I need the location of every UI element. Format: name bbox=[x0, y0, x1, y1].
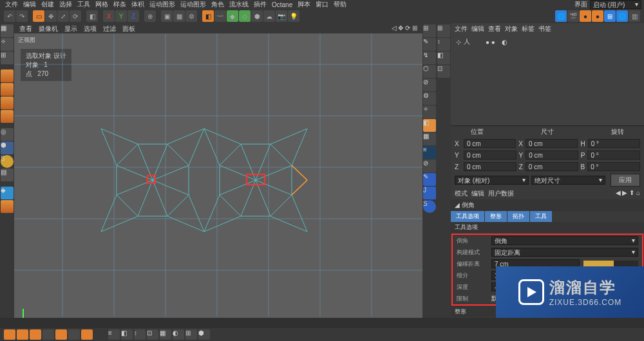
shelf-cube-icon[interactable]: ◧ bbox=[423, 119, 436, 132]
visibility-dots-icon[interactable]: ● ● bbox=[486, 39, 495, 46]
menu-character[interactable]: 角色 bbox=[211, 0, 224, 9]
mat-2-icon[interactable] bbox=[17, 329, 28, 340]
size-y-input[interactable] bbox=[526, 151, 578, 160]
pos-x-input[interactable] bbox=[464, 139, 516, 148]
menu-plugins[interactable]: 插件 bbox=[254, 0, 267, 9]
tl-4-icon[interactable]: ⊡ bbox=[147, 329, 158, 340]
menu-pipeline[interactable]: 流水线 bbox=[229, 0, 249, 9]
workplane-icon[interactable]: ⊞ bbox=[1, 51, 14, 64]
viewport-3d[interactable]: 正视图 选取对象 设计 对象 1 点 270 bbox=[14, 33, 422, 332]
vp-camera[interactable]: 摄像机 bbox=[39, 24, 58, 32]
rot-p-input[interactable] bbox=[587, 151, 640, 160]
menu-help[interactable]: 帮助 bbox=[334, 0, 346, 9]
extrude-icon[interactable] bbox=[1, 200, 14, 213]
shelf-2-icon[interactable]: ✎ bbox=[423, 38, 436, 51]
generator2-icon[interactable]: ◇ bbox=[239, 10, 251, 22]
tl-7-icon[interactable]: ⊞ bbox=[185, 329, 197, 340]
shelf2-1[interactable]: ⊞ bbox=[437, 24, 450, 37]
vp-panel[interactable]: 面板 bbox=[122, 24, 135, 32]
mat-6-icon[interactable] bbox=[68, 329, 80, 340]
menu-spline[interactable]: 样条 bbox=[113, 0, 126, 9]
pos-z-input[interactable] bbox=[464, 162, 516, 171]
snap-icon[interactable]: ⬢ bbox=[1, 142, 14, 154]
object-tree[interactable]: ⊹ 人 ● ● ◐ bbox=[451, 35, 644, 49]
point-mode-icon[interactable] bbox=[1, 83, 14, 96]
light-icon[interactable]: 💡 bbox=[288, 10, 299, 22]
select-tool-icon[interactable]: ▭ bbox=[33, 10, 44, 22]
scale-tool-icon[interactable]: ⤢ bbox=[57, 10, 69, 22]
apply-button[interactable]: 应用 bbox=[611, 174, 640, 187]
render-region-icon[interactable]: ▦ bbox=[173, 10, 185, 22]
pos-y-input[interactable] bbox=[464, 151, 516, 160]
shelf-7-icon[interactable]: ▦ bbox=[423, 133, 436, 145]
om-tab-file[interactable]: 文件 bbox=[455, 24, 468, 33]
coord-object-mode[interactable]: 对象 (相对) bbox=[455, 176, 529, 185]
shelf2-2[interactable]: ↕ bbox=[437, 38, 450, 51]
am-nav-icons[interactable]: ◀ ▶ ⬆ ⌂ bbox=[616, 189, 640, 198]
enable-axis-icon[interactable]: ◎ bbox=[1, 128, 14, 141]
deformer-icon[interactable]: ⬢ bbox=[251, 10, 263, 22]
menu-edit[interactable]: 编辑 bbox=[23, 0, 36, 9]
am-edit[interactable]: 编辑 bbox=[471, 189, 484, 198]
poly-mode-icon[interactable] bbox=[1, 110, 14, 123]
tl-8-icon[interactable]: ⬢ bbox=[198, 329, 210, 340]
mat-5-icon[interactable] bbox=[55, 329, 67, 340]
spline-primitive-icon[interactable]: 〰 bbox=[214, 10, 226, 22]
undo-icon[interactable]: ↶ bbox=[4, 10, 15, 22]
tab-shaping[interactable]: 整形 bbox=[485, 211, 507, 222]
tl-3-icon[interactable]: ↕ bbox=[134, 329, 146, 340]
menu-volume[interactable]: 体积 bbox=[131, 0, 144, 9]
shelf-6-icon[interactable]: ✧ bbox=[423, 106, 436, 118]
render-settings-icon[interactable]: ⚙ bbox=[185, 10, 197, 22]
object-mode-icon[interactable] bbox=[1, 69, 14, 82]
phong-tag-icon[interactable]: ◐ bbox=[502, 39, 507, 46]
shelf-4-icon[interactable]: ⬡ bbox=[423, 65, 436, 78]
tl-1-icon[interactable]: ≡ bbox=[108, 329, 120, 340]
shelf-8-icon[interactable]: ≡ bbox=[423, 146, 436, 159]
menu-select[interactable]: 选择 bbox=[59, 0, 72, 9]
shelf2-4[interactable]: ⊡ bbox=[437, 65, 450, 78]
menu-mograph2[interactable]: 运动图形 bbox=[180, 0, 206, 9]
vp-display[interactable]: 显示 bbox=[64, 24, 77, 32]
mat-1-icon[interactable] bbox=[4, 329, 15, 340]
render-view-icon[interactable]: ▣ bbox=[161, 10, 173, 22]
y-axis-icon[interactable]: Y bbox=[115, 10, 127, 22]
orange-ball2-icon[interactable]: ● bbox=[592, 10, 603, 22]
menu-mograph[interactable]: 运动图形 bbox=[149, 0, 175, 9]
tl-2-icon[interactable]: ◧ bbox=[121, 329, 133, 340]
panel-icon[interactable]: ▥ bbox=[629, 10, 640, 22]
tweak-icon[interactable]: ◆ bbox=[1, 187, 14, 199]
om-tab-bookmarks[interactable]: 书签 bbox=[538, 24, 551, 33]
coord-system-icon[interactable]: ⊕ bbox=[144, 10, 156, 22]
x-axis-icon[interactable]: X bbox=[103, 10, 115, 22]
move-tool-icon[interactable]: ✥ bbox=[45, 10, 57, 22]
menu-window[interactable]: 窗口 bbox=[316, 0, 328, 9]
om-tab-object[interactable]: 对象 bbox=[505, 24, 518, 33]
om-tab-edit[interactable]: 编辑 bbox=[471, 24, 484, 33]
clapper-icon[interactable]: 🎬 bbox=[567, 10, 579, 22]
shelf-5-icon[interactable]: ⊘ bbox=[423, 78, 436, 91]
model-mode-icon[interactable]: ▦ bbox=[1, 24, 14, 37]
tab-tool-options[interactable]: 工具选项 bbox=[451, 211, 484, 222]
shelf-ban-icon[interactable]: ⊘ bbox=[423, 160, 436, 172]
texture-mode-icon[interactable]: ✧ bbox=[1, 38, 14, 51]
generator-icon[interactable]: ◆ bbox=[227, 10, 238, 22]
shelf-s-icon[interactable]: S bbox=[423, 200, 436, 213]
soft-select-icon[interactable]: S bbox=[1, 155, 14, 168]
vp-options[interactable]: 选项 bbox=[84, 24, 97, 32]
wireframe-icon[interactable]: ⊞ bbox=[604, 10, 616, 22]
mat-3-icon[interactable] bbox=[30, 329, 41, 340]
tab-tool[interactable]: 工具 bbox=[530, 211, 552, 222]
vp-filter[interactable]: 过滤 bbox=[103, 24, 116, 32]
shelf-pencil-icon[interactable]: ✎ bbox=[423, 173, 436, 186]
menu-script[interactable]: 脚本 bbox=[298, 0, 310, 9]
am-userdata[interactable]: 用户数据 bbox=[488, 189, 514, 198]
orange-ball-icon[interactable]: ● bbox=[580, 10, 591, 22]
tab-topology[interactable]: 拓扑 bbox=[507, 211, 529, 222]
globe2-icon[interactable]: 🌐 bbox=[616, 10, 628, 22]
rot-b-input[interactable] bbox=[587, 162, 640, 171]
globe-icon[interactable]: 🌐 bbox=[555, 10, 567, 22]
z-axis-icon[interactable]: Z bbox=[128, 10, 139, 22]
menu-mesh[interactable]: 网格 bbox=[95, 0, 108, 9]
menu-tools[interactable]: 工具 bbox=[77, 0, 90, 9]
